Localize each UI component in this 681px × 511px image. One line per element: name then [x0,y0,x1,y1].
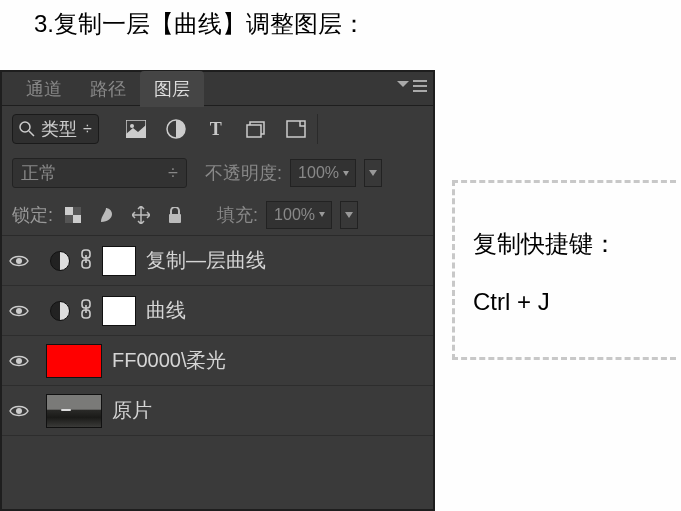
blend-row: 正常 ÷ 不透明度: 100% [2,152,433,194]
svg-point-25 [16,408,22,414]
filter-smartobject-icon[interactable] [285,118,307,140]
layer-filter-row: 类型 ÷ T [2,106,433,152]
svg-rect-13 [73,207,81,215]
hamburger-icon [413,80,427,92]
chevron-down-icon [369,170,377,176]
svg-rect-14 [65,215,73,223]
menu-caret-icon [397,81,411,91]
filter-kind-label: 类型 [41,117,77,141]
panel-tabs: 通道 路径 图层 [2,72,433,106]
svg-point-16 [16,258,22,264]
fill-dropdown-button[interactable] [340,201,358,229]
tab-layers[interactable]: 图层 [140,71,204,107]
layer-item-curves[interactable]: 曲线 [2,286,433,336]
lock-row: 锁定: 填充: 100% [2,194,433,236]
annotation-line2: Ctrl + J [473,273,658,331]
layer-item-curves-copy[interactable]: 复制—层曲线 [2,236,433,286]
panel-menu-button[interactable] [397,80,427,92]
lock-all-icon[interactable] [165,205,185,225]
visibility-toggle[interactable] [8,400,30,422]
link-icon [80,249,92,273]
annotation-line1: 复制快捷键： [473,215,658,273]
layer-thumb-red[interactable] [46,344,102,378]
svg-rect-10 [287,121,305,137]
layer-item-original[interactable]: 原片 [2,386,433,436]
layer-mask-thumb[interactable] [102,296,136,326]
lock-position-icon[interactable] [131,205,151,225]
svg-rect-15 [169,214,181,223]
blend-mode-value: 正常 [21,161,57,185]
filter-kind-dropdown[interactable]: 类型 ÷ [12,114,99,144]
layers-list: 复制—层曲线 曲线 FF0000\柔光 原片 [2,236,433,436]
svg-rect-1 [413,85,427,87]
fill-value: 100% [274,206,315,224]
step-title: 3.复制一层【曲线】调整图层： [34,8,366,40]
layer-name: 曲线 [146,297,186,324]
fill-label: 填充: [217,203,258,227]
blend-mode-dropdown[interactable]: 正常 ÷ [12,158,187,188]
layer-name: 原片 [112,397,152,424]
visibility-toggle[interactable] [8,250,30,272]
lock-image-icon[interactable] [97,205,117,225]
filter-type-text-icon[interactable]: T [205,118,227,140]
adjustment-layer-icon [50,251,70,271]
svg-point-24 [16,358,22,364]
opacity-value: 100% [298,164,339,182]
svg-point-20 [16,308,22,314]
chevron-down-icon [345,212,353,218]
svg-point-3 [20,122,30,132]
divider [317,114,318,144]
visibility-toggle[interactable] [8,350,30,372]
chevron-down-icon [343,171,349,176]
layers-panel: 通道 路径 图层 类型 ÷ T [0,70,435,511]
svg-rect-12 [73,215,81,223]
chevron-down-icon [319,212,325,217]
svg-rect-9 [247,125,261,137]
annotation-box: 复制快捷键： Ctrl + J [452,180,676,360]
tab-paths[interactable]: 路径 [76,71,140,107]
filter-type-icons: T [125,118,307,140]
adjustment-layer-icon [50,301,70,321]
fill-input[interactable]: 100% [266,201,332,229]
svg-rect-2 [413,90,427,92]
lock-transparency-icon[interactable] [63,205,83,225]
svg-point-6 [130,124,134,128]
lock-icons [63,205,185,225]
lock-label: 锁定: [12,203,53,227]
tab-channels[interactable]: 通道 [12,71,76,107]
filter-adjustment-icon[interactable] [165,118,187,140]
layer-name: FF0000\柔光 [112,347,226,374]
filter-pixel-icon[interactable] [125,118,147,140]
layer-name: 复制—层曲线 [146,247,266,274]
filter-shape-icon[interactable] [245,118,267,140]
opacity-input[interactable]: 100% [290,159,356,187]
layer-item-color-fill[interactable]: FF0000\柔光 [2,336,433,386]
svg-rect-11 [65,207,73,215]
svg-line-4 [29,131,34,136]
opacity-label: 不透明度: [205,161,282,185]
link-icon [80,299,92,323]
search-icon [19,121,35,137]
layer-mask-thumb[interactable] [102,246,136,276]
opacity-dropdown-button[interactable] [364,159,382,187]
layer-thumb-photo[interactable] [46,394,102,428]
visibility-toggle[interactable] [8,300,30,322]
svg-rect-0 [413,80,427,82]
